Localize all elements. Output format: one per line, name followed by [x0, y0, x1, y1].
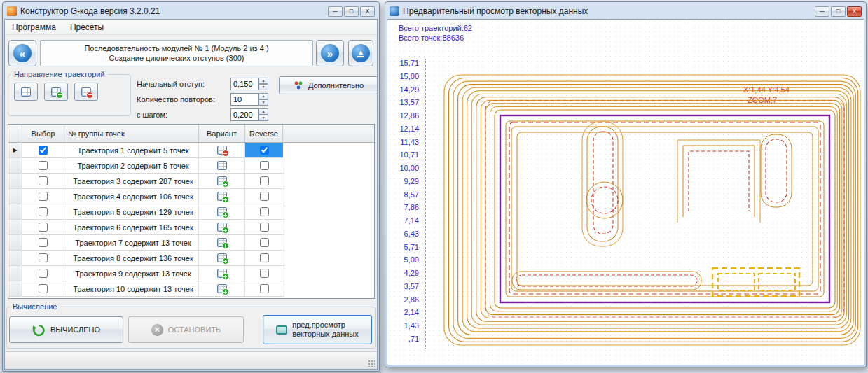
- step-input[interactable]: [230, 108, 259, 121]
- minimize-icon[interactable]: ─: [815, 6, 829, 17]
- direction-add-button[interactable]: [44, 83, 68, 101]
- reverse-checkbox[interactable]: [260, 238, 269, 247]
- trajectory-label[interactable]: Траектория 10 содержит 13 точек: [64, 281, 199, 296]
- trajectory-label[interactable]: Траектория 7 содержит 13 точек: [64, 235, 199, 250]
- left-titlebar[interactable]: Конструктор G-кода версия 3.2.0.21 ─ □ Х: [4, 3, 378, 19]
- calculator-icon[interactable]: [217, 176, 227, 185]
- select-checkbox[interactable]: [39, 161, 48, 170]
- reverse-checkbox-cell[interactable]: [245, 204, 283, 219]
- trajectory-label[interactable]: Траектория 4 содержит 106 точек: [64, 189, 199, 204]
- trajectory-label[interactable]: Траектория 2 содержит 5 точек: [64, 158, 199, 173]
- select-checkbox-cell[interactable]: [22, 158, 64, 173]
- trajectory-label[interactable]: Траектория 8 содержит 136 точек: [64, 251, 199, 265]
- spin-up-icon[interactable]: ▲: [259, 78, 268, 84]
- maximize-icon[interactable]: □: [344, 6, 359, 17]
- step-spinner[interactable]: ▲▼: [259, 108, 268, 121]
- trajectory-label[interactable]: Траектория 6 содержит 165 точек: [64, 220, 199, 234]
- reverse-checkbox-cell[interactable]: [245, 143, 283, 157]
- calculator-icon[interactable]: [217, 223, 227, 232]
- calculator-icon[interactable]: [217, 253, 227, 262]
- select-checkbox[interactable]: [39, 223, 48, 232]
- variant-cell[interactable]: [199, 158, 245, 173]
- variant-cell[interactable]: [199, 189, 245, 204]
- table-row[interactable]: Траектория 7 содержит 13 точек: [8, 235, 284, 251]
- row-selector-cell[interactable]: [8, 266, 22, 281]
- variant-header[interactable]: Вариант: [199, 125, 245, 142]
- table-row[interactable]: Траектория 6 содержит 165 точек: [8, 220, 284, 235]
- table-row[interactable]: Траектория 8 содержит 136 точек: [8, 251, 284, 266]
- reverse-checkbox-cell[interactable]: [245, 281, 283, 296]
- direction-remove-button[interactable]: [74, 83, 98, 101]
- variant-cell[interactable]: [199, 235, 245, 250]
- close-icon[interactable]: X: [847, 6, 862, 17]
- variant-cell[interactable]: [199, 266, 245, 281]
- reverse-checkbox-cell[interactable]: [245, 189, 283, 204]
- variant-cell[interactable]: [199, 251, 245, 265]
- select-checkbox[interactable]: [39, 284, 48, 293]
- select-checkbox-cell[interactable]: [22, 174, 64, 188]
- variant-cell[interactable]: [199, 204, 245, 219]
- select-checkbox[interactable]: [39, 176, 48, 185]
- table-row[interactable]: Траектория 5 содержит 129 точек: [8, 204, 284, 220]
- spin-down-icon[interactable]: ▼: [259, 99, 268, 106]
- select-checkbox[interactable]: [39, 207, 48, 216]
- spin-down-icon[interactable]: ▼: [259, 115, 268, 121]
- prev-module-button[interactable]: «: [8, 40, 36, 66]
- table-row[interactable]: Траектория 4 содержит 106 точек: [8, 189, 284, 204]
- calculator-icon[interactable]: [217, 284, 227, 293]
- reverse-checkbox[interactable]: [260, 253, 269, 262]
- row-selector-cell[interactable]: [8, 174, 22, 188]
- select-checkbox-cell[interactable]: [22, 220, 64, 234]
- variant-cell[interactable]: [199, 220, 245, 234]
- row-selector-cell[interactable]: [8, 251, 22, 265]
- row-selector-cell[interactable]: [8, 158, 22, 173]
- select-checkbox-cell[interactable]: [22, 143, 64, 157]
- select-checkbox[interactable]: [39, 192, 48, 201]
- select-checkbox[interactable]: [39, 253, 48, 262]
- select-checkbox-cell[interactable]: [22, 189, 64, 204]
- trajectory-label[interactable]: Траектория 9 содержит 13 точек: [64, 266, 199, 281]
- close-icon[interactable]: Х: [360, 6, 375, 17]
- select-checkbox[interactable]: [39, 238, 48, 247]
- reverse-checkbox[interactable]: [260, 161, 269, 170]
- table-row[interactable]: Траектория 10 содержит 13 точек: [8, 281, 284, 297]
- calculator-icon[interactable]: [217, 207, 227, 216]
- reverse-checkbox[interactable]: [260, 223, 269, 232]
- reverse-checkbox-cell[interactable]: [245, 158, 283, 173]
- preview-vector-data-button[interactable]: пред.просмотр векторных данных: [263, 315, 372, 344]
- row-selector-cell[interactable]: [8, 281, 22, 296]
- table-row[interactable]: Траектория 9 содержит 13 точек: [8, 266, 284, 281]
- row-selector-cell[interactable]: [8, 235, 22, 250]
- spin-down-icon[interactable]: ▼: [259, 84, 268, 90]
- right-titlebar[interactable]: Предварительный просмотр векторных данны…: [387, 3, 864, 19]
- reverse-header[interactable]: Reverse: [245, 125, 283, 142]
- table-row[interactable]: ▶ Траектория 1 содержит 5 точек: [8, 143, 284, 158]
- select-checkbox-cell[interactable]: [22, 251, 64, 265]
- calculator-icon[interactable]: [217, 161, 227, 170]
- row-selector-cell[interactable]: [8, 204, 22, 219]
- table-row[interactable]: Траектория 2 содержит 5 точек: [8, 158, 284, 174]
- menu-presets[interactable]: Пресеты: [63, 20, 111, 34]
- direction-normal-button[interactable]: [14, 83, 38, 101]
- trajectory-label[interactable]: Траектория 3 содержит 287 точек: [64, 174, 199, 188]
- reverse-checkbox-cell[interactable]: [245, 235, 283, 250]
- repeats-spinner[interactable]: ▲▼: [259, 93, 268, 106]
- vector-canvas[interactable]: Всего траекторий:62 Всего точек:88636 15…: [387, 20, 864, 365]
- reverse-checkbox[interactable]: [260, 146, 269, 155]
- variant-cell[interactable]: [199, 143, 245, 157]
- eject-button[interactable]: ▲: [348, 40, 373, 66]
- spin-up-icon[interactable]: ▲: [259, 93, 268, 99]
- menu-program[interactable]: Программа: [5, 20, 63, 34]
- calculator-icon[interactable]: [217, 269, 227, 278]
- calculator-icon[interactable]: [217, 146, 227, 155]
- reverse-checkbox[interactable]: [260, 192, 269, 201]
- reverse-checkbox[interactable]: [260, 269, 269, 278]
- reverse-checkbox-cell[interactable]: [245, 220, 283, 234]
- reverse-checkbox[interactable]: [260, 176, 269, 185]
- repeats-input[interactable]: [230, 93, 259, 106]
- initial-offset-input[interactable]: [230, 78, 259, 90]
- reverse-checkbox-cell[interactable]: [245, 174, 283, 188]
- reverse-checkbox[interactable]: [260, 207, 269, 216]
- variant-cell[interactable]: [199, 174, 245, 188]
- table-row[interactable]: Траектория 3 содержит 287 точек: [8, 174, 284, 189]
